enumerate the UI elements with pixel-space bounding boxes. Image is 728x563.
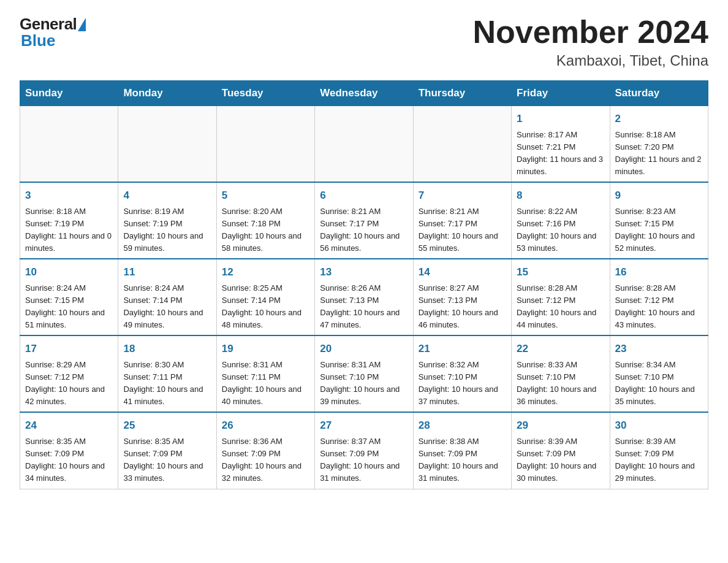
day-number: 5 [222,188,309,204]
calendar-cell: 16Sunrise: 8:28 AMSunset: 7:12 PMDayligh… [610,259,708,335]
weekday-header-saturday: Saturday [610,81,708,106]
day-info: Sunrise: 8:21 AMSunset: 7:17 PMDaylight:… [320,205,408,255]
day-info: Sunrise: 8:24 AMSunset: 7:15 PMDaylight:… [25,282,113,332]
calendar-week-row: 10Sunrise: 8:24 AMSunset: 7:15 PMDayligh… [20,259,708,335]
day-info: Sunrise: 8:36 AMSunset: 7:09 PMDaylight:… [222,435,309,485]
calendar-cell: 11Sunrise: 8:24 AMSunset: 7:14 PMDayligh… [118,259,216,335]
weekday-header-friday: Friday [512,81,610,106]
day-info: Sunrise: 8:37 AMSunset: 7:09 PMDaylight:… [320,435,408,485]
day-number: 9 [615,188,703,204]
calendar-cell: 3Sunrise: 8:18 AMSunset: 7:19 PMDaylight… [20,182,118,259]
day-number: 12 [222,264,309,280]
day-info: Sunrise: 8:17 AMSunset: 7:21 PMDaylight:… [517,129,604,178]
day-info: Sunrise: 8:31 AMSunset: 7:10 PMDaylight:… [320,359,408,408]
weekday-header-thursday: Thursday [413,81,511,106]
weekday-header-wednesday: Wednesday [315,81,413,106]
day-number: 6 [320,188,408,204]
weekday-header-row: SundayMondayTuesdayWednesdayThursdayFrid… [20,81,708,106]
location-title: Kambaxoi, Tibet, China [473,52,708,69]
calendar-cell: 29Sunrise: 8:39 AMSunset: 7:09 PMDayligh… [512,412,610,489]
logo-triangle-icon [78,18,86,31]
calendar-cell: 22Sunrise: 8:33 AMSunset: 7:10 PMDayligh… [512,335,610,412]
day-number: 7 [419,188,506,204]
day-number: 2 [615,111,703,127]
calendar-cell [118,106,216,183]
day-info: Sunrise: 8:35 AMSunset: 7:09 PMDaylight:… [123,435,211,485]
day-number: 20 [320,341,408,357]
day-number: 13 [320,264,408,280]
calendar-cell: 26Sunrise: 8:36 AMSunset: 7:09 PMDayligh… [216,412,314,489]
day-info: Sunrise: 8:39 AMSunset: 7:09 PMDaylight:… [517,435,604,485]
day-info: Sunrise: 8:35 AMSunset: 7:09 PMDaylight:… [25,435,113,485]
day-number: 14 [419,264,506,280]
day-number: 29 [517,418,604,434]
day-info: Sunrise: 8:29 AMSunset: 7:12 PMDaylight:… [25,359,113,408]
calendar-cell: 13Sunrise: 8:26 AMSunset: 7:13 PMDayligh… [315,259,413,335]
calendar-cell: 5Sunrise: 8:20 AMSunset: 7:18 PMDaylight… [216,182,314,259]
title-area: November 2024 Kambaxoi, Tibet, China [473,15,708,69]
calendar-cell: 19Sunrise: 8:31 AMSunset: 7:11 PMDayligh… [216,335,314,412]
calendar-cell: 2Sunrise: 8:18 AMSunset: 7:20 PMDaylight… [610,106,708,183]
day-number: 11 [123,264,211,280]
calendar-cell: 9Sunrise: 8:23 AMSunset: 7:15 PMDaylight… [610,182,708,259]
calendar-cell [413,106,511,183]
calendar-cell: 14Sunrise: 8:27 AMSunset: 7:13 PMDayligh… [413,259,511,335]
day-number: 27 [320,418,408,434]
calendar-cell: 18Sunrise: 8:30 AMSunset: 7:11 PMDayligh… [118,335,216,412]
calendar-cell: 27Sunrise: 8:37 AMSunset: 7:09 PMDayligh… [315,412,413,489]
calendar-week-row: 24Sunrise: 8:35 AMSunset: 7:09 PMDayligh… [20,412,708,489]
calendar-cell [216,106,314,183]
calendar-cell: 28Sunrise: 8:38 AMSunset: 7:09 PMDayligh… [413,412,511,489]
day-info: Sunrise: 8:34 AMSunset: 7:10 PMDaylight:… [615,359,703,408]
calendar-cell [20,106,118,183]
day-info: Sunrise: 8:19 AMSunset: 7:19 PMDaylight:… [123,205,211,255]
day-info: Sunrise: 8:23 AMSunset: 7:15 PMDaylight:… [615,205,703,255]
calendar-week-row: 1Sunrise: 8:17 AMSunset: 7:21 PMDaylight… [20,106,708,183]
day-info: Sunrise: 8:18 AMSunset: 7:19 PMDaylight:… [25,205,113,255]
calendar-cell: 12Sunrise: 8:25 AMSunset: 7:14 PMDayligh… [216,259,314,335]
calendar-cell [315,106,413,183]
calendar-cell: 17Sunrise: 8:29 AMSunset: 7:12 PMDayligh… [20,335,118,412]
day-info: Sunrise: 8:28 AMSunset: 7:12 PMDaylight:… [517,282,604,332]
day-info: Sunrise: 8:38 AMSunset: 7:09 PMDaylight:… [419,435,506,485]
day-number: 18 [123,341,211,357]
logo-blue-text: Blue [21,31,55,50]
calendar-cell: 4Sunrise: 8:19 AMSunset: 7:19 PMDaylight… [118,182,216,259]
weekday-header-tuesday: Tuesday [216,81,314,106]
calendar-cell: 7Sunrise: 8:21 AMSunset: 7:17 PMDaylight… [413,182,511,259]
day-info: Sunrise: 8:32 AMSunset: 7:10 PMDaylight:… [419,359,506,408]
day-number: 26 [222,418,309,434]
calendar-cell: 25Sunrise: 8:35 AMSunset: 7:09 PMDayligh… [118,412,216,489]
page-header: General Blue November 2024 Kambaxoi, Tib… [20,15,708,69]
calendar-cell: 1Sunrise: 8:17 AMSunset: 7:21 PMDaylight… [512,106,610,183]
calendar-cell: 30Sunrise: 8:39 AMSunset: 7:09 PMDayligh… [610,412,708,489]
logo: General Blue [20,15,86,50]
day-number: 28 [419,418,506,434]
day-number: 8 [517,188,604,204]
day-number: 3 [25,188,113,204]
day-number: 17 [25,341,113,357]
day-number: 10 [25,264,113,280]
day-info: Sunrise: 8:27 AMSunset: 7:13 PMDaylight:… [419,282,506,332]
calendar-cell: 6Sunrise: 8:21 AMSunset: 7:17 PMDaylight… [315,182,413,259]
calendar-cell: 20Sunrise: 8:31 AMSunset: 7:10 PMDayligh… [315,335,413,412]
day-number: 22 [517,341,604,357]
weekday-header-sunday: Sunday [20,81,118,106]
calendar-title: November 2024 [473,15,708,50]
day-number: 1 [517,111,604,127]
calendar-week-row: 3Sunrise: 8:18 AMSunset: 7:19 PMDaylight… [20,182,708,259]
day-number: 4 [123,188,211,204]
day-info: Sunrise: 8:26 AMSunset: 7:13 PMDaylight:… [320,282,408,332]
day-info: Sunrise: 8:39 AMSunset: 7:09 PMDaylight:… [615,435,703,485]
day-number: 15 [517,264,604,280]
day-number: 30 [615,418,703,434]
day-info: Sunrise: 8:18 AMSunset: 7:20 PMDaylight:… [615,129,703,178]
day-number: 21 [419,341,506,357]
day-info: Sunrise: 8:28 AMSunset: 7:12 PMDaylight:… [615,282,703,332]
day-info: Sunrise: 8:33 AMSunset: 7:10 PMDaylight:… [517,359,604,408]
calendar-week-row: 17Sunrise: 8:29 AMSunset: 7:12 PMDayligh… [20,335,708,412]
day-number: 23 [615,341,703,357]
day-info: Sunrise: 8:30 AMSunset: 7:11 PMDaylight:… [123,359,211,408]
calendar-cell: 15Sunrise: 8:28 AMSunset: 7:12 PMDayligh… [512,259,610,335]
calendar-cell: 10Sunrise: 8:24 AMSunset: 7:15 PMDayligh… [20,259,118,335]
